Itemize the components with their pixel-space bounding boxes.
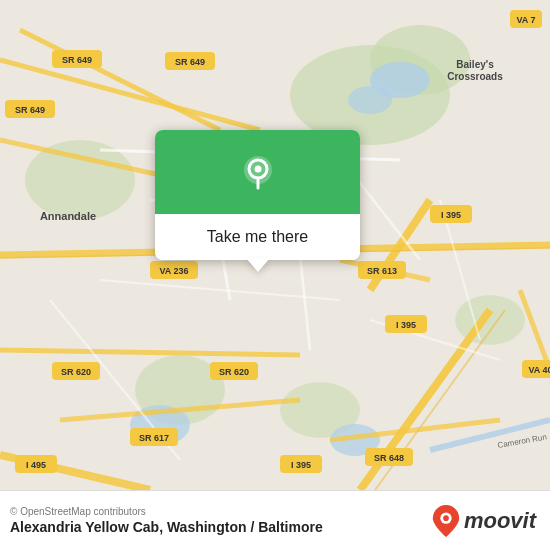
moovit-logo[interactable]: moovit — [432, 505, 536, 537]
svg-text:I 395: I 395 — [291, 460, 311, 470]
svg-text:SR 613: SR 613 — [367, 266, 397, 276]
svg-text:SR 617: SR 617 — [139, 433, 169, 443]
map-container: SR 649 SR 649 SR 649 VA 7 Bailey's Cross… — [0, 0, 550, 490]
svg-text:SR 620: SR 620 — [61, 367, 91, 377]
svg-text:SR 649: SR 649 — [175, 57, 205, 67]
svg-point-73 — [443, 515, 449, 521]
svg-text:VA 7: VA 7 — [516, 15, 535, 25]
svg-text:SR 649: SR 649 — [62, 55, 92, 65]
svg-text:I 395: I 395 — [396, 320, 416, 330]
bottom-info: © OpenStreetMap contributors Alexandria … — [10, 506, 323, 535]
svg-text:VA 401: VA 401 — [528, 365, 550, 375]
svg-point-71 — [254, 166, 261, 173]
location-pin-icon — [236, 152, 280, 196]
svg-text:Bailey's: Bailey's — [456, 59, 494, 70]
location-popup: Take me there — [155, 130, 360, 260]
svg-point-8 — [348, 86, 392, 114]
take-me-there-button[interactable]: Take me there — [155, 214, 360, 260]
svg-text:VA 236: VA 236 — [159, 266, 188, 276]
svg-text:Crossroads: Crossroads — [447, 71, 503, 82]
moovit-label: moovit — [464, 508, 536, 534]
popup-green-area — [155, 130, 360, 214]
svg-text:SR 649: SR 649 — [15, 105, 45, 115]
bottom-bar: © OpenStreetMap contributors Alexandria … — [0, 490, 550, 550]
moovit-pin-icon — [432, 505, 460, 537]
svg-text:I 395: I 395 — [441, 210, 461, 220]
popup-tail — [246, 258, 270, 272]
svg-text:SR 648: SR 648 — [374, 453, 404, 463]
svg-text:SR 620: SR 620 — [219, 367, 249, 377]
svg-text:I 495: I 495 — [26, 460, 46, 470]
svg-text:Annandale: Annandale — [40, 210, 96, 222]
app-name: Alexandria Yellow Cab, Washington / Balt… — [10, 519, 323, 535]
copyright-text: © OpenStreetMap contributors — [10, 506, 323, 517]
